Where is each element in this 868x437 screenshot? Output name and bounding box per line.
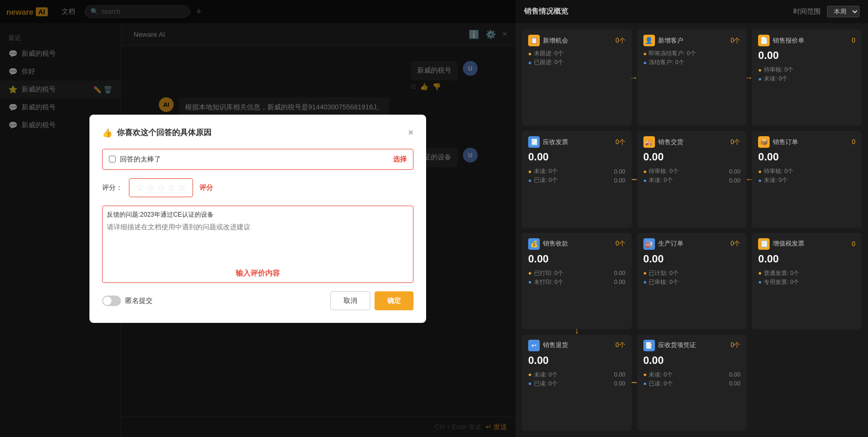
- modal-close-button[interactable]: ×: [408, 127, 413, 138]
- card-header-3: 📄 销售报价单 0: [758, 35, 855, 46]
- rating-row: 评分： ☆ ☆ ☆ ☆ ☆ 评分: [102, 178, 413, 197]
- checkbox-row: 回答的太棒了 选择: [102, 149, 413, 170]
- cancel-button[interactable]: 取消: [330, 291, 370, 310]
- confirm-button[interactable]: 确定: [375, 291, 413, 310]
- choose-button[interactable]: 选择: [393, 155, 407, 164]
- card-xinzeng-jihui: 📋 新增机会 0个 ●未跟进: 0个 ●已跟进: 0个 →: [522, 29, 632, 126]
- time-range-label: 时间范围: [793, 7, 821, 16]
- card-header-1: 📋 新增机会 0个: [528, 35, 625, 46]
- anonymous-label: 匿名提交: [125, 296, 153, 306]
- star-1[interactable]: ☆: [136, 182, 144, 194]
- feedback-center-text: 输入评价内容: [107, 269, 409, 278]
- arrow-right-1: →: [630, 73, 638, 83]
- card-zengjia-fapiao: 🧾 增值税发票 0 0.00 ●普通发票: 0个 ●专用发票: 0个: [752, 233, 862, 329]
- card-icon-10: ↩: [528, 340, 540, 351]
- card-xiaoshou-tuihuo: ↩ 销售退货 0个 0.00 ●未读: 0个0.00 ●已读: 0个0.00 →: [522, 334, 632, 431]
- modal-title-icon: 👍: [102, 128, 113, 138]
- card-count-2: 0个: [731, 36, 741, 45]
- card-icon-4: 🧾: [528, 136, 540, 148]
- right-panel-title: 销售情况概览: [524, 7, 568, 16]
- feedback-textarea[interactable]: [107, 222, 409, 265]
- arrow-left-11: ←: [631, 378, 639, 387]
- card-shengchan-dingdan: 🏭 生产订单 0个 0.00 ●已计划: 0个 ●已审核: 0个: [637, 233, 747, 329]
- star-5[interactable]: ☆: [178, 182, 186, 194]
- card-header-11: 📑 应收货项凭证 0个: [643, 340, 741, 351]
- card-title-11: 应收货项凭证: [658, 341, 728, 350]
- card-title-6: 销售订单: [773, 138, 849, 147]
- star-3[interactable]: ☆: [157, 182, 165, 194]
- dashboard-grid: 📋 新增机会 0个 ●未跟进: 0个 ●已跟进: 0个 → 👤 新增客户 0个 …: [516, 23, 868, 437]
- card-title-8: 生产订单: [658, 239, 728, 248]
- arrow-left-5: ←: [631, 175, 639, 184]
- card-icon-7: 💰: [528, 238, 540, 250]
- toggle-knob: [103, 297, 112, 305]
- card-value-5: 0.00: [643, 151, 741, 163]
- card-yingshou-fapiao: 🧾 应收发票 0个 0.00 ●未读: 0个0.00 ●已读: 0个0.00 →: [522, 131, 632, 227]
- card-xiaoshou-jiaohuo: 🚚 销售交货 0个 0.00 ●待审核: 0个0.00 ●未读: 0个0.00 …: [637, 131, 747, 227]
- anonymous-toggle[interactable]: [102, 296, 121, 306]
- anonymous-row: 匿名提交: [102, 296, 153, 306]
- card-count-1: 0个: [615, 36, 625, 45]
- arrow-right-2: →: [744, 73, 753, 83]
- time-range-select[interactable]: 本周 本月: [827, 6, 860, 17]
- card-count-6: 0: [852, 138, 855, 146]
- card-count-4: 0个: [615, 138, 625, 147]
- card-header-2: 👤 新增客户 0个: [643, 35, 741, 46]
- card-header-10: ↩ 销售退货 0个: [528, 340, 625, 351]
- card-icon-6: 📦: [758, 136, 770, 148]
- feedback-modal: 👍 你喜欢这个回答的具体原因 × 回答的太棒了 选择 评分： ☆ ☆ ☆: [89, 115, 426, 323]
- card-count-7: 0个: [615, 239, 625, 248]
- card-title-5: 销售交货: [658, 138, 728, 147]
- right-header: 销售情况概览 时间范围 本周 本月: [516, 0, 868, 23]
- card-value-4: 0.00: [528, 151, 625, 163]
- left-panel: neware AI 文档 🔍 search + 最近 💬 新威的税号 💬 你好: [0, 0, 516, 437]
- right-panel: 销售情况概览 时间范围 本周 本月 📋 新增机会 0个 ●未跟进: 0个 ●已跟…: [516, 0, 868, 437]
- card-value-11: 0.00: [643, 354, 741, 367]
- card-value-3: 0.00: [758, 49, 855, 62]
- card-count-9: 0: [852, 240, 855, 248]
- card-xiaoshou-dingdan: 📦 销售订单 0 0.00 ●待审核: 0个 ●未读: 0个 ←: [752, 131, 862, 227]
- card-title-10: 销售退货: [543, 341, 612, 350]
- card-icon-9: 🧾: [758, 238, 770, 250]
- option-label: 回答的太棒了: [120, 155, 389, 164]
- option-checkbox[interactable]: [109, 156, 116, 162]
- card-title-4: 应收发票: [543, 138, 612, 147]
- arrow-left-6: ←: [745, 175, 754, 184]
- card-xiaoshou-baojia: 📄 销售报价单 0 0.00 ●待审核: 0个 ●未读: 0个: [752, 29, 862, 126]
- star-2[interactable]: ☆: [146, 182, 155, 194]
- modal-overlay[interactable]: 👍 你喜欢这个回答的具体原因 × 回答的太棒了 选择 评分： ☆ ☆ ☆: [0, 0, 516, 437]
- card-count-10: 0个: [615, 341, 625, 350]
- arrow-down-7: ↓: [574, 326, 579, 336]
- card-value-9: 0.00: [758, 253, 855, 265]
- card-icon-11: 📑: [643, 340, 655, 351]
- card-header-7: 💰 销售收款 0个: [528, 238, 625, 250]
- card-header-8: 🏭 生产订单 0个: [643, 238, 741, 250]
- feedback-section: 反馈的问题:2023年通过CE认证的设备 输入评价内容: [102, 206, 413, 283]
- card-icon-2: 👤: [643, 35, 655, 46]
- card-value-7: 0.00: [528, 253, 625, 265]
- card-header-9: 🧾 增值税发票 0: [758, 238, 855, 250]
- card-header-6: 📦 销售订单 0: [758, 136, 855, 148]
- modal-buttons: 取消 确定: [330, 291, 413, 310]
- modal-footer: 匿名提交 取消 确定: [102, 291, 413, 310]
- card-icon-1: 📋: [528, 35, 540, 46]
- card-title-9: 增值税发票: [773, 239, 849, 248]
- card-xinzeng-kehu: 👤 新增客户 0个 ●即将冻结客户: 0个 ●冻结客户: 0个 →: [637, 29, 747, 126]
- card-icon-8: 🏭: [643, 238, 655, 250]
- modal-option-section: 回答的太棒了 选择: [102, 149, 413, 170]
- modal-title: 你喜欢这个回答的具体原因: [117, 128, 403, 138]
- card-count-5: 0个: [731, 138, 741, 147]
- card-header-5: 🚚 销售交货 0个: [643, 136, 741, 148]
- card-value-8: 0.00: [643, 253, 741, 265]
- card-count-8: 0个: [731, 239, 741, 248]
- feedback-header: 反馈的问题:2023年通过CE认证的设备: [107, 210, 409, 219]
- rating-text: 评分: [199, 183, 213, 192]
- star-4[interactable]: ☆: [167, 182, 176, 194]
- card-xiaoshou-shoukuan: 💰 销售收款 0个 0.00 ●已打印: 0个0.00 ●未打印: 0个0.00…: [522, 233, 632, 329]
- modal-title-row: 👍 你喜欢这个回答的具体原因 ×: [102, 127, 413, 138]
- rating-label: 评分：: [102, 183, 123, 192]
- card-value-10: 0.00: [528, 354, 625, 367]
- card-yingshouhuo-pingzheng: 📑 应收货项凭证 0个 0.00 ●未读: 0个0.00 ●已读: 0个0.00…: [637, 334, 747, 431]
- card-count-11: 0个: [731, 341, 741, 350]
- stars-container[interactable]: ☆ ☆ ☆ ☆ ☆: [129, 178, 193, 197]
